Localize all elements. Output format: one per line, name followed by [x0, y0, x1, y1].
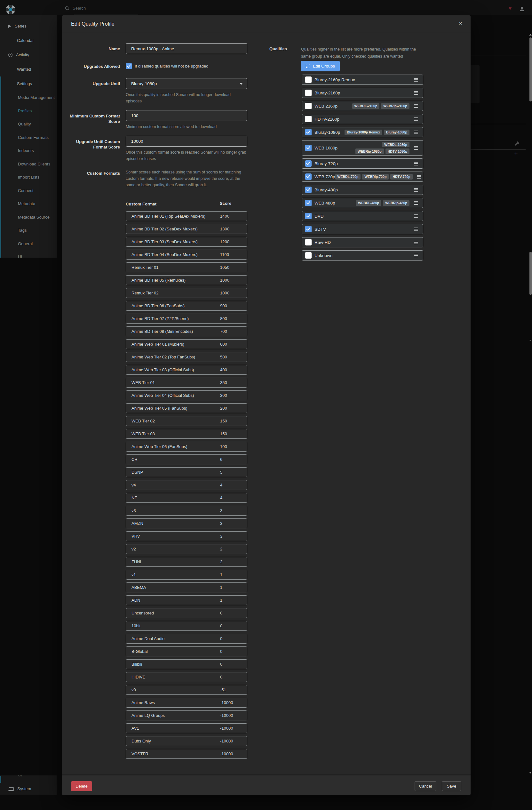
custom-format-row[interactable]: v4 4 [126, 480, 247, 490]
drag-handle-icon[interactable] [414, 91, 418, 95]
quality-row[interactable]: Bluray-1080p Bluray-1080p RemuxBluray-10… [302, 127, 423, 137]
scrollbar-down-arrow[interactable] [529, 340, 532, 341]
sidebar-subitem[interactable]: Quality [0, 117, 56, 131]
drag-handle-icon[interactable] [414, 131, 418, 134]
drag-handle-icon[interactable] [414, 254, 418, 257]
sidebar-subitem[interactable]: Metadata [0, 197, 56, 211]
quality-checkbox[interactable] [305, 252, 312, 259]
custom-format-row[interactable]: Anime BD Tier 04 (SeaDex Muxers) 1100 [126, 249, 247, 260]
quality-row[interactable]: HDTV-2160p [302, 114, 423, 124]
quality-checkbox[interactable] [305, 187, 312, 193]
custom-format-row[interactable]: Anime Web Tier 03 (Official Subs) 400 [126, 365, 247, 375]
quality-checkbox[interactable] [305, 174, 312, 180]
sidebar-subitem[interactable]: Import Lists [0, 171, 56, 184]
drag-handle-icon[interactable] [414, 117, 418, 121]
custom-format-row[interactable]: v0 -51 [126, 685, 247, 695]
custom-format-row[interactable]: Anime BD Tier 05 (Remuxes) 1000 [126, 275, 247, 285]
drag-handle-icon[interactable] [414, 241, 418, 244]
sidebar-item[interactable]: Wanted [0, 62, 56, 77]
quality-row[interactable]: Bluray-480p [302, 185, 423, 195]
cancel-button[interactable]: Cancel [415, 781, 436, 791]
upgrade-until-cfs-input[interactable] [126, 136, 247, 147]
quality-checkbox[interactable] [305, 145, 312, 151]
custom-format-row[interactable]: Anime Dual Audio 0 [126, 634, 247, 644]
wrench-icon[interactable] [514, 141, 519, 146]
delete-button[interactable]: Delete [71, 781, 92, 791]
sidebar-subitem[interactable]: Profiles [0, 104, 56, 118]
custom-format-row[interactable]: AMZN 3 [126, 518, 247, 529]
custom-format-row[interactable]: WEB Tier 02 150 [126, 416, 247, 426]
drag-handle-icon[interactable] [414, 228, 418, 231]
custom-format-row[interactable]: WEB Tier 01 350 [126, 378, 247, 388]
quality-checkbox[interactable] [305, 226, 312, 232]
quality-row[interactable]: Bluray-720p [302, 158, 423, 169]
quality-checkbox[interactable] [305, 200, 312, 206]
quality-row[interactable]: Raw-HD [302, 237, 423, 247]
custom-format-row[interactable]: FUNi 2 [126, 557, 247, 567]
quality-row[interactable]: WEB 2160p WEBDL-2160pWEBRip-2160p [302, 101, 423, 111]
user-icon[interactable] [519, 6, 524, 11]
drag-handle-icon[interactable] [414, 162, 418, 165]
quality-checkbox[interactable] [305, 213, 312, 219]
custom-format-row[interactable]: Uncensored 0 [126, 608, 247, 618]
sidebar-subitem[interactable]: General [0, 237, 56, 250]
scrollbar-up-arrow[interactable] [529, 34, 532, 35]
scrollbar-thumb[interactable] [529, 37, 532, 101]
custom-format-row[interactable]: Anime BD Tier 06 (FanSubs) 900 [126, 301, 247, 311]
custom-format-row[interactable]: Bilibili 0 [126, 659, 247, 669]
sonarr-logo-icon[interactable] [6, 5, 15, 14]
custom-format-row[interactable]: Anime BD Tier 01 (Top SeaDex Muxers) 140… [126, 211, 247, 221]
custom-format-row[interactable]: ADN 1 [126, 595, 247, 605]
custom-format-row[interactable]: Anime BD Tier 03 (SeaDex Muxers) 1200 [126, 237, 247, 247]
custom-format-row[interactable]: Anime Web Tier 01 (Muxers) 600 [126, 339, 247, 349]
quality-checkbox[interactable] [305, 239, 312, 245]
scrollbar-thumb[interactable] [529, 252, 532, 295]
custom-format-row[interactable]: ABEMA 1 [126, 582, 247, 593]
custom-format-row[interactable]: VRV 3 [126, 531, 247, 541]
save-button[interactable]: Save [442, 781, 461, 791]
custom-format-row[interactable]: Dubs Only -10000 [126, 736, 247, 746]
quality-checkbox[interactable] [305, 77, 312, 83]
custom-format-row[interactable]: Anime Web Tier 02 (Top FanSubs) 500 [126, 352, 247, 362]
sidebar-subitem[interactable]: Download Clients [0, 158, 56, 171]
custom-format-row[interactable]: v1 1 [126, 570, 247, 580]
custom-format-row[interactable]: Anime Web Tier 05 (FanSubs) 200 [126, 403, 247, 413]
quality-checkbox[interactable] [305, 90, 312, 96]
drag-handle-icon[interactable] [414, 78, 418, 82]
drag-handle-icon[interactable] [414, 188, 418, 192]
custom-format-row[interactable]: Anime Raws -10000 [126, 698, 247, 708]
sidebar-item[interactable]: Activity [0, 48, 56, 62]
custom-format-row[interactable]: v2 2 [126, 544, 247, 554]
sidebar-item[interactable]: Settings [0, 77, 56, 91]
upgrade-until-select[interactable]: Bluray-1080p [126, 78, 247, 89]
custom-format-row[interactable]: HIDIVE 0 [126, 672, 247, 682]
sidebar-subitem[interactable]: Metadata Source [0, 211, 56, 224]
search-input[interactable]: Search [65, 6, 86, 11]
drag-handle-icon[interactable] [417, 175, 421, 179]
custom-format-row[interactable]: VOSTFR -10000 [126, 749, 247, 759]
custom-format-row[interactable]: Anime LQ Groups -10000 [126, 711, 247, 720]
quality-row[interactable]: Unknown [302, 250, 423, 260]
sidebar-subitem[interactable]: Connect [0, 184, 56, 197]
sidebar-subitem[interactable]: UI [0, 250, 56, 258]
sidebar-item[interactable]: Calendar [0, 33, 56, 48]
quality-row[interactable]: WEB 480p WEBDL-480pWEBRip-480p [302, 198, 423, 208]
drag-handle-icon[interactable] [414, 214, 418, 218]
drag-handle-icon[interactable] [414, 146, 418, 150]
custom-format-row[interactable]: Remux Tier 02 1000 [126, 288, 247, 298]
quality-checkbox[interactable] [305, 116, 312, 122]
sidebar-subitem[interactable]: Media Management [0, 91, 56, 104]
custom-format-row[interactable]: Anime BD Tier 02 (SeaDex Muxers) 1300 [126, 224, 247, 234]
edit-groups-button[interactable]: Edit Groups [301, 61, 340, 71]
scrollbar-down-arrow[interactable] [529, 772, 532, 774]
custom-format-row[interactable]: B-Global 0 [126, 646, 247, 657]
custom-format-row[interactable]: DSNP 5 [126, 467, 247, 477]
custom-format-row[interactable]: Anime Web Tier 06 (FanSubs) 100 [126, 442, 247, 452]
drag-handle-icon[interactable] [414, 104, 418, 108]
quality-row[interactable]: WEB 1080p WEBDL-1080pWEBRip-1080pHDTV-10… [302, 140, 423, 156]
sidebar-item[interactable]: Series [0, 19, 56, 33]
custom-format-row[interactable]: WEB Tier 03 150 [126, 429, 247, 439]
custom-format-row[interactable]: Remux Tier 01 1050 [126, 262, 247, 272]
donate-heart-icon[interactable]: ♥ [509, 5, 512, 11]
custom-format-row[interactable]: AV1 -10000 [126, 723, 247, 733]
